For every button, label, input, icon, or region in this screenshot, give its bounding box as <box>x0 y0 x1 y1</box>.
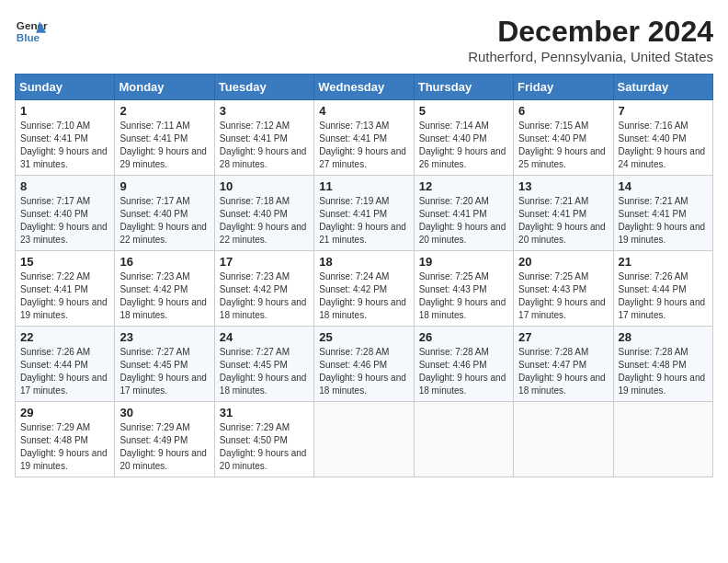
calendar-cell: 12Sunrise: 7:20 AM Sunset: 4:41 PM Dayli… <box>414 176 513 251</box>
title-area: December 2024 Rutherford, Pennsylvania, … <box>468 15 713 64</box>
calendar-cell <box>613 402 712 477</box>
day-info: Sunrise: 7:28 AM Sunset: 4:46 PM Dayligh… <box>419 347 506 396</box>
day-info: Sunrise: 7:29 AM Sunset: 4:50 PM Dayligh… <box>220 422 307 471</box>
calendar-cell: 27Sunrise: 7:28 AM Sunset: 4:47 PM Dayli… <box>514 327 613 402</box>
day-number: 26 <box>419 330 508 344</box>
calendar-cell: 24Sunrise: 7:27 AM Sunset: 4:45 PM Dayli… <box>214 327 313 402</box>
calendar-cell: 13Sunrise: 7:21 AM Sunset: 4:41 PM Dayli… <box>514 176 613 251</box>
calendar-cell: 21Sunrise: 7:26 AM Sunset: 4:44 PM Dayli… <box>613 251 712 327</box>
day-number: 21 <box>619 255 708 269</box>
calendar-cell: 10Sunrise: 7:18 AM Sunset: 4:40 PM Dayli… <box>214 176 313 251</box>
weekday-header-row: SundayMondayTuesdayWednesdayThursdayFrid… <box>16 75 713 100</box>
calendar-cell: 8Sunrise: 7:17 AM Sunset: 4:40 PM Daylig… <box>16 176 115 251</box>
day-info: Sunrise: 7:13 AM Sunset: 4:41 PM Dayligh… <box>319 121 406 169</box>
calendar-cell: 29Sunrise: 7:29 AM Sunset: 4:48 PM Dayli… <box>16 402 115 477</box>
logo-icon: General Blue <box>15 15 48 48</box>
calendar-table: SundayMondayTuesdayWednesdayThursdayFrid… <box>15 74 713 477</box>
calendar-cell <box>314 402 414 477</box>
day-info: Sunrise: 7:17 AM Sunset: 4:40 PM Dayligh… <box>20 196 108 245</box>
calendar-cell: 6Sunrise: 7:15 AM Sunset: 4:40 PM Daylig… <box>514 100 613 176</box>
weekday-tuesday: Tuesday <box>214 75 313 100</box>
day-number: 9 <box>119 179 209 193</box>
calendar-cell: 11Sunrise: 7:19 AM Sunset: 4:41 PM Dayli… <box>314 176 414 251</box>
day-info: Sunrise: 7:28 AM Sunset: 4:46 PM Dayligh… <box>319 347 406 396</box>
logo: General Blue <box>15 15 48 48</box>
calendar-cell <box>414 402 513 477</box>
day-info: Sunrise: 7:18 AM Sunset: 4:40 PM Dayligh… <box>220 196 307 245</box>
day-number: 8 <box>20 179 109 193</box>
day-info: Sunrise: 7:20 AM Sunset: 4:41 PM Dayligh… <box>419 196 506 245</box>
calendar-cell: 16Sunrise: 7:23 AM Sunset: 4:42 PM Dayli… <box>115 251 214 327</box>
calendar-cell: 17Sunrise: 7:23 AM Sunset: 4:42 PM Dayli… <box>214 251 313 327</box>
calendar-cell: 5Sunrise: 7:14 AM Sunset: 4:40 PM Daylig… <box>414 100 513 176</box>
day-number: 10 <box>220 179 309 193</box>
day-number: 12 <box>419 179 508 193</box>
day-info: Sunrise: 7:21 AM Sunset: 4:41 PM Dayligh… <box>619 196 706 245</box>
calendar-cell: 14Sunrise: 7:21 AM Sunset: 4:41 PM Dayli… <box>613 176 712 251</box>
calendar-cell <box>514 402 613 477</box>
weekday-monday: Monday <box>115 75 214 100</box>
day-number: 15 <box>20 255 109 269</box>
day-info: Sunrise: 7:12 AM Sunset: 4:41 PM Dayligh… <box>220 121 307 169</box>
day-number: 27 <box>518 330 608 344</box>
day-number: 13 <box>518 179 608 193</box>
day-number: 3 <box>220 104 309 118</box>
day-number: 4 <box>319 104 408 118</box>
day-info: Sunrise: 7:28 AM Sunset: 4:47 PM Dayligh… <box>518 347 606 396</box>
day-info: Sunrise: 7:15 AM Sunset: 4:40 PM Dayligh… <box>518 121 606 169</box>
day-number: 20 <box>518 255 608 269</box>
week-row-2: 8Sunrise: 7:17 AM Sunset: 4:40 PM Daylig… <box>16 176 713 251</box>
day-info: Sunrise: 7:10 AM Sunset: 4:41 PM Dayligh… <box>20 121 108 169</box>
week-row-4: 22Sunrise: 7:26 AM Sunset: 4:44 PM Dayli… <box>16 327 713 402</box>
day-info: Sunrise: 7:28 AM Sunset: 4:48 PM Dayligh… <box>619 347 706 396</box>
day-number: 11 <box>319 179 408 193</box>
day-number: 16 <box>119 255 209 269</box>
day-number: 18 <box>319 255 408 269</box>
calendar-cell: 26Sunrise: 7:28 AM Sunset: 4:46 PM Dayli… <box>414 327 513 402</box>
day-number: 28 <box>619 330 708 344</box>
week-row-3: 15Sunrise: 7:22 AM Sunset: 4:41 PM Dayli… <box>16 251 713 327</box>
weekday-thursday: Thursday <box>414 75 513 100</box>
weekday-wednesday: Wednesday <box>314 75 414 100</box>
calendar-cell: 1Sunrise: 7:10 AM Sunset: 4:41 PM Daylig… <box>16 100 115 176</box>
day-info: Sunrise: 7:19 AM Sunset: 4:41 PM Dayligh… <box>319 196 406 245</box>
day-info: Sunrise: 7:23 AM Sunset: 4:42 PM Dayligh… <box>220 271 307 320</box>
day-info: Sunrise: 7:29 AM Sunset: 4:48 PM Dayligh… <box>20 422 108 471</box>
day-info: Sunrise: 7:23 AM Sunset: 4:42 PM Dayligh… <box>119 271 207 320</box>
location-title: Rutherford, Pennsylvania, United States <box>468 49 713 64</box>
calendar-cell: 3Sunrise: 7:12 AM Sunset: 4:41 PM Daylig… <box>214 100 313 176</box>
calendar-cell: 4Sunrise: 7:13 AM Sunset: 4:41 PM Daylig… <box>314 100 414 176</box>
day-info: Sunrise: 7:21 AM Sunset: 4:41 PM Dayligh… <box>518 196 606 245</box>
day-info: Sunrise: 7:27 AM Sunset: 4:45 PM Dayligh… <box>119 347 207 396</box>
calendar-cell: 20Sunrise: 7:25 AM Sunset: 4:43 PM Dayli… <box>514 251 613 327</box>
weekday-friday: Friday <box>514 75 613 100</box>
calendar-cell: 25Sunrise: 7:28 AM Sunset: 4:46 PM Dayli… <box>314 327 414 402</box>
day-number: 1 <box>20 104 109 118</box>
calendar-body: 1Sunrise: 7:10 AM Sunset: 4:41 PM Daylig… <box>16 100 713 477</box>
calendar-cell: 31Sunrise: 7:29 AM Sunset: 4:50 PM Dayli… <box>214 402 313 477</box>
weekday-sunday: Sunday <box>16 75 115 100</box>
day-info: Sunrise: 7:26 AM Sunset: 4:44 PM Dayligh… <box>20 347 108 396</box>
day-number: 6 <box>518 104 608 118</box>
day-info: Sunrise: 7:14 AM Sunset: 4:40 PM Dayligh… <box>419 121 506 169</box>
day-info: Sunrise: 7:29 AM Sunset: 4:49 PM Dayligh… <box>119 422 207 471</box>
day-info: Sunrise: 7:22 AM Sunset: 4:41 PM Dayligh… <box>20 271 108 320</box>
day-number: 17 <box>220 255 309 269</box>
day-number: 24 <box>220 330 309 344</box>
day-number: 19 <box>419 255 508 269</box>
calendar-cell: 2Sunrise: 7:11 AM Sunset: 4:41 PM Daylig… <box>115 100 214 176</box>
day-number: 7 <box>619 104 708 118</box>
day-number: 2 <box>119 104 209 118</box>
week-row-1: 1Sunrise: 7:10 AM Sunset: 4:41 PM Daylig… <box>16 100 713 176</box>
day-number: 31 <box>220 406 309 419</box>
calendar-cell: 7Sunrise: 7:16 AM Sunset: 4:40 PM Daylig… <box>613 100 712 176</box>
day-number: 23 <box>119 330 209 344</box>
calendar-cell: 30Sunrise: 7:29 AM Sunset: 4:49 PM Dayli… <box>115 402 214 477</box>
day-info: Sunrise: 7:16 AM Sunset: 4:40 PM Dayligh… <box>619 121 706 169</box>
calendar-cell: 9Sunrise: 7:17 AM Sunset: 4:40 PM Daylig… <box>115 176 214 251</box>
day-number: 22 <box>20 330 109 344</box>
day-info: Sunrise: 7:26 AM Sunset: 4:44 PM Dayligh… <box>619 271 706 320</box>
week-row-5: 29Sunrise: 7:29 AM Sunset: 4:48 PM Dayli… <box>16 402 713 477</box>
calendar-cell: 18Sunrise: 7:24 AM Sunset: 4:42 PM Dayli… <box>314 251 414 327</box>
calendar-cell: 15Sunrise: 7:22 AM Sunset: 4:41 PM Dayli… <box>16 251 115 327</box>
